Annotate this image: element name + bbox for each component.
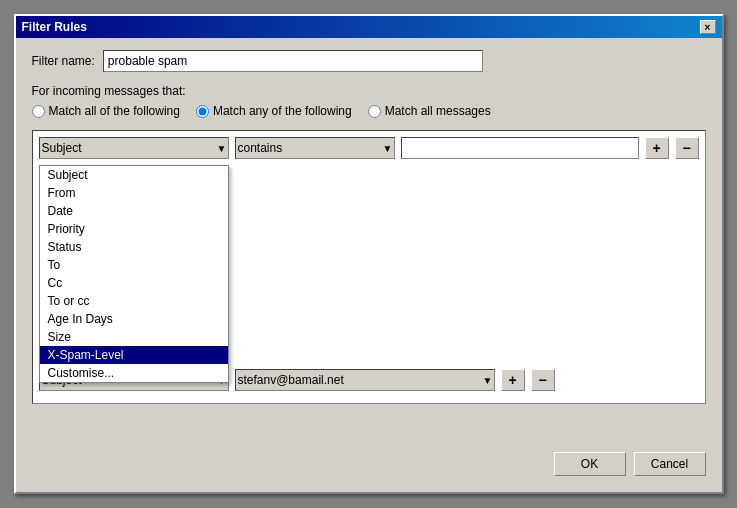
radio-messages[interactable]: Match all messages [368,104,491,118]
title-bar: Filter Rules × [16,16,722,38]
rule-row-1: Subject From Date Priority Status To Cc … [39,137,699,159]
radio-row: Match all of the following Match any of … [32,104,706,118]
rule2-email-select[interactable]: stefanv@bamail.net [235,369,495,391]
value-input-1[interactable] [401,137,639,159]
close-button[interactable]: × [700,20,716,34]
add-rule-button-2[interactable]: + [501,369,525,391]
dropdown-item-priority[interactable]: Priority [40,220,228,238]
dropdown-item-age[interactable]: Age In Days [40,310,228,328]
dropdown-item-to[interactable]: To [40,256,228,274]
filter-name-label: Filter name: [32,54,95,68]
rules-container: Subject From Date Priority Status To Cc … [32,130,706,404]
remove-rule-button-2[interactable]: − [531,369,555,391]
dropdown-item-subject[interactable]: Subject [40,166,228,184]
dropdown-item-to-or-cc[interactable]: To or cc [40,292,228,310]
rule2-email-select-wrapper: stefanv@bamail.net ▼ [235,369,495,391]
add-rule-button-1[interactable]: + [645,137,669,159]
dropdown-item-xspam[interactable]: X-Spam-Level [40,346,228,364]
condition-select-wrapper: contains does not contain is is not ▼ [235,137,395,159]
radio-all-input[interactable] [32,105,45,118]
condition-select[interactable]: contains does not contain is is not [235,137,395,159]
dropdown-item-cc[interactable]: Cc [40,274,228,292]
radio-messages-label: Match all messages [385,104,491,118]
filter-name-input[interactable] [103,50,483,72]
radio-all-label: Match all of the following [49,104,180,118]
radio-any-label: Match any of the following [213,104,352,118]
dialog-content: Filter name: For incoming messages that:… [16,38,722,426]
radio-messages-input[interactable] [368,105,381,118]
subject-select[interactable]: Subject From Date Priority Status To Cc … [39,137,229,159]
dropdown-item-size[interactable]: Size [40,328,228,346]
dialog-title: Filter Rules [22,20,87,34]
radio-any-input[interactable] [196,105,209,118]
radio-all[interactable]: Match all of the following [32,104,180,118]
dropdown-item-status[interactable]: Status [40,238,228,256]
dropdown-item-customise[interactable]: Customise... [40,364,228,382]
filter-name-row: Filter name: [32,50,706,72]
dropdown-item-date[interactable]: Date [40,202,228,220]
subject-select-wrapper: Subject From Date Priority Status To Cc … [39,137,229,159]
dropdown-item-from[interactable]: From [40,184,228,202]
remove-rule-button-1[interactable]: − [675,137,699,159]
dialog-buttons: OK Cancel [554,452,706,476]
cancel-button[interactable]: Cancel [634,452,706,476]
radio-any[interactable]: Match any of the following [196,104,352,118]
ok-button[interactable]: OK [554,452,626,476]
subject-dropdown: Subject From Date Priority Status To Cc … [39,165,229,383]
filter-rules-dialog: Filter Rules × Filter name: For incoming… [14,14,724,494]
incoming-label: For incoming messages that: [32,84,706,98]
